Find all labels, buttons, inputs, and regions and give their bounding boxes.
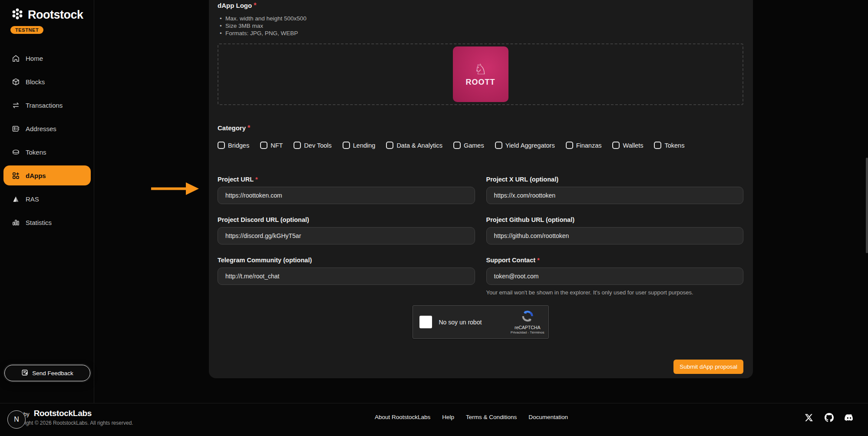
footer-link-help[interactable]: Help — [442, 414, 454, 420]
checkbox-icon[interactable] — [495, 142, 502, 149]
triangle-icon — [11, 195, 20, 203]
copyright-text: Copyright © 2026 RootstockLabs. All righ… — [11, 420, 133, 426]
sidebar-item-ras[interactable]: RAS — [0, 187, 94, 211]
sidebar-item-label: Transactions — [26, 102, 63, 109]
category-checkbox-data-analytics[interactable]: Data & Analytics — [386, 142, 442, 149]
footer: Built by RootstockLabs Copyright © 2026 … — [0, 403, 868, 436]
recaptcha-widget: No soy un robot reCAPTCHA Privacidad - T… — [413, 305, 549, 339]
project-url-input[interactable] — [218, 187, 475, 204]
footer-links: About RootstockLabs Help Terms & Conditi… — [375, 414, 568, 420]
category-section-label: Category* — [218, 124, 743, 132]
sidebar-item-label: RAS — [26, 195, 39, 203]
dapp-logo-section: dApp Logo* Max. width and height 500x500… — [218, 2, 743, 105]
project-x-url-field: Project X URL (optional) — [486, 176, 744, 204]
checkbox-icon[interactable] — [566, 142, 573, 149]
dapp-logo-label: dApp Logo — [218, 2, 252, 9]
scrollbar-thumb[interactable] — [866, 158, 868, 253]
send-feedback-button[interactable]: Send Feedback — [4, 365, 90, 381]
submit-row: Submit dApp proposal — [218, 360, 743, 374]
sidebar-item-statistics[interactable]: Statistics — [0, 211, 94, 234]
support-contact-helper-text: Your email won't be shown in the explore… — [486, 289, 744, 296]
checkbox-icon[interactable] — [343, 142, 350, 149]
category-checkbox-finanzas[interactable]: Finanzas — [566, 142, 602, 149]
logo-requirements-list: Max. width and height 500x500 Size 3MB m… — [218, 15, 743, 37]
footer-social-icons — [804, 412, 854, 423]
recaptcha-label: No soy un robot — [439, 319, 482, 326]
project-github-url-field: Project Github URL (optional) — [486, 216, 744, 244]
required-asterisk: * — [254, 2, 256, 9]
home-icon — [11, 54, 20, 63]
checkbox-icon[interactable] — [218, 142, 225, 149]
knight-chess-icon: ♘ — [474, 62, 487, 77]
checkbox-icon[interactable] — [453, 142, 461, 149]
contact-card-icon — [11, 124, 20, 133]
category-checkbox-games[interactable]: Games — [453, 142, 484, 149]
logo-requirement: Max. width and height 500x500 — [218, 15, 743, 22]
required-asterisk: * — [255, 176, 258, 183]
sidebar-item-label: dApps — [26, 172, 46, 179]
x-twitter-icon[interactable] — [804, 412, 814, 423]
feedback-note-icon — [21, 369, 28, 377]
category-checkbox-dev-tools[interactable]: Dev Tools — [294, 142, 331, 149]
sidebar-item-transactions[interactable]: Transactions — [0, 93, 94, 117]
category-checkbox-bridges[interactable]: Bridges — [218, 142, 249, 149]
sidebar-item-label: Home — [26, 55, 43, 62]
cube-icon — [11, 77, 20, 86]
required-asterisk: * — [248, 124, 250, 132]
discord-icon[interactable] — [844, 412, 854, 423]
logo-requirement: Size 3MB max — [218, 22, 743, 30]
support-contact-input[interactable] — [486, 268, 744, 285]
dapp-proposal-form-panel: dApp Logo* Max. width and height 500x500… — [209, 0, 753, 378]
checkbox-icon[interactable] — [260, 142, 267, 149]
recaptcha-privacy-links[interactable]: Privacidad - Términos — [511, 330, 545, 334]
sidebar-item-home[interactable]: Home — [0, 46, 94, 70]
category-checkbox-tokens[interactable]: Tokens — [654, 142, 684, 149]
logo-preview-text: ROOTT — [466, 78, 495, 87]
logo-requirement: Formats: JPG, PNG, WEBP — [218, 30, 743, 37]
swap-arrows-icon — [11, 101, 20, 109]
sidebar-item-label: Tokens — [26, 149, 46, 156]
pointer-arrow-annotation — [151, 182, 199, 197]
footer-brand-name[interactable]: RootstockLabs — [34, 409, 92, 418]
logo-preview-tile[interactable]: ♘ ROOTT — [453, 46, 508, 102]
project-github-url-input[interactable] — [486, 227, 744, 244]
testnet-badge: TESTNET — [10, 26, 43, 34]
category-checkbox-yield-aggregators[interactable]: Yield Aggregators — [495, 142, 555, 149]
sidebar-item-dapps[interactable]: dApps — [3, 165, 91, 185]
recaptcha-logo-icon — [521, 310, 534, 324]
brand-logo[interactable]: Rootstock — [0, 0, 94, 23]
sidebar-item-label: Addresses — [26, 125, 56, 132]
sidebar-item-tokens[interactable]: Tokens — [0, 140, 94, 164]
checkbox-icon[interactable] — [386, 142, 393, 149]
sidebar-nav: Home Blocks Transactions Addresses Token… — [0, 46, 94, 234]
github-icon[interactable] — [824, 412, 834, 423]
sidebar-item-addresses[interactable]: Addresses — [0, 117, 94, 140]
project-x-url-input[interactable] — [486, 187, 744, 204]
logo-upload-dropzone[interactable]: ♘ ROOTT — [218, 43, 743, 105]
checkbox-icon[interactable] — [654, 142, 661, 149]
project-discord-url-input[interactable] — [218, 227, 475, 244]
category-checkbox-wallets[interactable]: Wallets — [612, 142, 643, 149]
brand-name: Rootstock — [28, 8, 83, 22]
bar-chart-icon — [11, 218, 20, 227]
footer-link-terms[interactable]: Terms & Conditions — [466, 414, 517, 420]
sidebar-item-label: Blocks — [26, 78, 45, 86]
checkbox-icon[interactable] — [612, 142, 620, 149]
submit-dapp-proposal-button[interactable]: Submit dApp proposal — [673, 360, 743, 374]
footer-link-about[interactable]: About RootstockLabs — [375, 414, 430, 420]
project-url-field: Project URL* — [218, 176, 475, 204]
category-checkbox-nft[interactable]: NFT — [260, 142, 283, 149]
sidebar-item-blocks[interactable]: Blocks — [0, 70, 94, 93]
recaptcha-branding: reCAPTCHA Privacidad - Términos — [511, 310, 545, 334]
checkbox-icon[interactable] — [294, 142, 301, 149]
support-contact-field: Support Contact* Your email won't be sho… — [486, 257, 744, 296]
notification-avatar-badge[interactable]: N — [7, 410, 26, 429]
telegram-community-input[interactable] — [218, 268, 475, 285]
category-checkbox-lending[interactable]: Lending — [343, 142, 376, 149]
recaptcha-checkbox[interactable] — [419, 316, 432, 328]
sidebar-item-label: Statistics — [26, 219, 52, 226]
footer-link-documentation[interactable]: Documentation — [528, 414, 568, 420]
send-feedback-label: Send Feedback — [32, 370, 73, 377]
recaptcha-brand-text: reCAPTCHA — [515, 325, 541, 330]
footer-brand-block: Built by RootstockLabs Copyright © 2026 … — [11, 409, 133, 426]
